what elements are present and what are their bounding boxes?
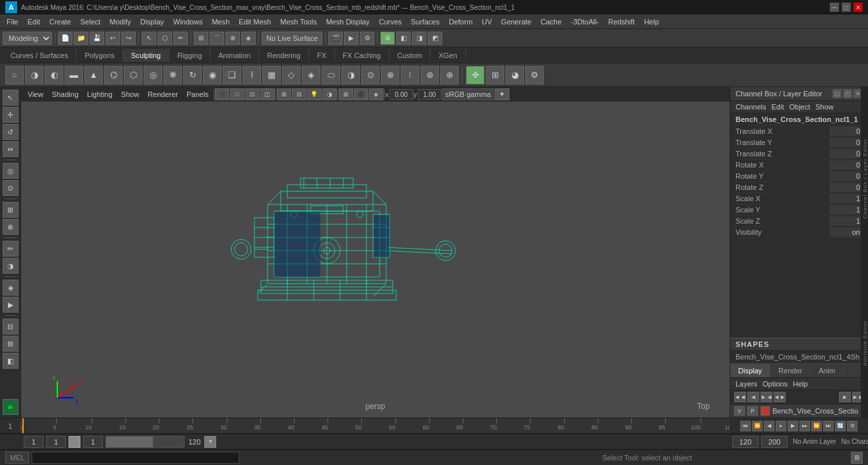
snap-surface-button[interactable]: ◈ <box>241 32 256 45</box>
redo-button[interactable]: ↪ <box>121 32 136 45</box>
tab-fx-caching[interactable]: FX Caching <box>335 49 389 62</box>
display-settings-button[interactable]: 🖥 <box>380 32 395 45</box>
pb-anim-btn[interactable]: ⚙ <box>847 421 857 431</box>
display-toggle2[interactable]: ◨ <box>412 32 426 45</box>
arrange-btn[interactable]: ⊞ <box>3 336 18 352</box>
bc-color-swatch[interactable] <box>69 436 80 448</box>
paint-btn[interactable]: ✏ <box>3 241 18 257</box>
cb-dock-btn[interactable]: ◰ <box>843 89 852 98</box>
sculpt-fill-btn[interactable]: ▦ <box>262 66 281 84</box>
menu-help[interactable]: Help <box>640 16 663 27</box>
menu-deform[interactable]: Deform <box>445 16 477 27</box>
layer-prev-btn[interactable]: ◄◄ <box>734 392 746 402</box>
layer-p-btn[interactable]: P <box>747 406 758 416</box>
open-scene-button[interactable]: 📁 <box>74 32 88 45</box>
sculpt-brush-btn[interactable]: ⌬ <box>104 66 123 84</box>
maya-logo-btn[interactable]: M <box>3 399 18 415</box>
bc-right-start[interactable] <box>732 436 759 448</box>
cb-rotate-z-value[interactable]: 0 <box>830 183 863 192</box>
menu-windows[interactable]: Windows <box>169 16 207 27</box>
cb-rotate-x-value[interactable]: 0 <box>830 160 863 170</box>
scale-tool-btn[interactable]: ⇔ <box>3 141 18 157</box>
snap-grid-button[interactable]: ⊞ <box>194 32 208 45</box>
sculpt-l-btn[interactable]: ◑ <box>3 258 18 274</box>
menu-surfaces[interactable]: Surfaces <box>407 16 444 27</box>
sculpt-repeat-btn[interactable]: ↻ <box>183 66 202 84</box>
menu-file[interactable]: File <box>3 16 22 27</box>
bc-current-field[interactable] <box>46 436 66 448</box>
vp-y-field[interactable] <box>418 89 442 100</box>
vp-cam-btn[interactable]: 🎥 <box>215 88 229 100</box>
gamma-selector[interactable]: sRGB gamma <box>442 88 494 100</box>
sculpt-flatten-btn[interactable]: ▬ <box>65 66 83 84</box>
sculpt-bulge-btn[interactable]: ⬭ <box>322 66 340 84</box>
cb-scale-y-value[interactable]: 1 <box>830 205 863 214</box>
sculpt-expand-btn[interactable]: ⊕ <box>440 66 459 84</box>
cb-scale-x-value[interactable]: 1 <box>830 194 863 203</box>
vp-hud-btn[interactable]: ⊟ <box>292 88 306 100</box>
sculpt-dots-btn[interactable]: ⁝ <box>401 66 419 84</box>
panels-menu[interactable]: Panels <box>183 89 213 100</box>
menu-modify[interactable]: Modify <box>105 16 134 27</box>
channel-box-side-label[interactable]: Channel Box / Layer Editor <box>862 139 868 219</box>
tab-curves-surfaces[interactable]: Curves / Surfaces <box>3 49 76 62</box>
sculpt-foamy-btn[interactable]: ◎ <box>144 66 162 84</box>
mel-input[interactable] <box>32 452 239 464</box>
sculpt-smear-btn[interactable]: ◈ <box>302 66 320 84</box>
pb-start-btn[interactable]: ⏮ <box>740 421 751 431</box>
layer-color-swatch[interactable] <box>761 406 770 416</box>
cb-float-btn[interactable]: ◱ <box>832 89 842 98</box>
lasso-button[interactable]: ⬡ <box>158 32 172 45</box>
save-scene-button[interactable]: 💾 <box>90 32 104 45</box>
pb-end-btn[interactable]: ⏭ <box>823 421 834 431</box>
sculpt-blur-btn[interactable]: ⊛ <box>420 66 439 84</box>
gamma-dropdown[interactable]: ▼ <box>495 88 509 100</box>
pb-play-btn[interactable]: ▶ <box>788 421 798 431</box>
paint-sel-button[interactable]: ✏ <box>173 32 188 45</box>
menu-select[interactable]: Select <box>76 16 105 27</box>
show-menu[interactable]: Show <box>117 89 144 100</box>
menu-curves[interactable]: Curves <box>375 16 406 27</box>
menu-display[interactable]: Display <box>136 16 168 27</box>
tab-rigging[interactable]: Rigging <box>169 49 210 62</box>
menu-edit-mesh[interactable]: Edit Mesh <box>235 16 275 27</box>
bc-right-end[interactable] <box>761 436 788 448</box>
vp-grid-btn[interactable]: ⊞ <box>277 88 291 100</box>
cb-translate-y-value[interactable]: 0 <box>830 138 863 147</box>
sculpt-wax-btn[interactable]: ❑ <box>223 66 241 84</box>
pb-back1-btn[interactable]: ▸ <box>776 421 786 431</box>
sculpt-merge-btn[interactable]: ⊗ <box>381 66 399 84</box>
menu-redshift[interactable]: Redshift <box>604 16 639 27</box>
cb-translate-x-value[interactable]: 0 <box>830 127 863 136</box>
timeline-ruler[interactable]: 0510152025303540455055606570758085909510… <box>21 418 730 433</box>
rotate-tool-btn[interactable]: ↺ <box>3 124 18 140</box>
menu-edit[interactable]: Edit <box>24 16 44 27</box>
menu-generate[interactable]: Generate <box>497 16 535 27</box>
tab-sculpting[interactable]: Sculpting <box>123 49 169 62</box>
sculpt-contrast-btn[interactable]: ◑ <box>341 66 360 84</box>
bc-start-field[interactable] <box>24 436 43 448</box>
shading-menu[interactable]: Shading <box>48 89 82 100</box>
layer-fwd-btn[interactable]: ►◄ <box>761 392 772 402</box>
layers-menu-help[interactable]: Help <box>793 380 808 388</box>
workspace-dropdown[interactable]: Modeling <box>3 32 52 45</box>
minimize-button[interactable]: ─ <box>830 3 839 12</box>
menu-mesh-tools[interactable]: Mesh Tools <box>276 16 320 27</box>
pb-loop-btn[interactable]: 🔄 <box>835 421 846 431</box>
menu-create[interactable]: Create <box>45 16 75 27</box>
close-button[interactable]: ✕ <box>854 3 863 12</box>
pb-fwd-frame-btn[interactable]: ▸▸ <box>799 421 810 431</box>
sculpt-knife-btn[interactable]: ◇ <box>282 66 301 84</box>
display-toggle3[interactable]: ◩ <box>428 32 442 45</box>
snap-point-button[interactable]: ⊕ <box>225 32 240 45</box>
sculpt-smooth-btn[interactable]: ◐ <box>45 66 63 84</box>
vp-shadow-btn[interactable]: ◑ <box>322 88 337 100</box>
snap-curve-button[interactable]: ⌒ <box>210 32 224 45</box>
tab-animation[interactable]: Animation <box>210 49 259 62</box>
lasso-sel-btn[interactable]: ⊙ <box>3 180 18 196</box>
cb-menu-show[interactable]: Show <box>815 103 834 111</box>
bc-frame-field[interactable] <box>83 436 103 448</box>
tab-rendering[interactable]: Rendering <box>259 49 309 62</box>
new-scene-button[interactable]: 📄 <box>58 32 72 45</box>
sculpt-push-btn[interactable]: ⊙ <box>361 66 380 84</box>
